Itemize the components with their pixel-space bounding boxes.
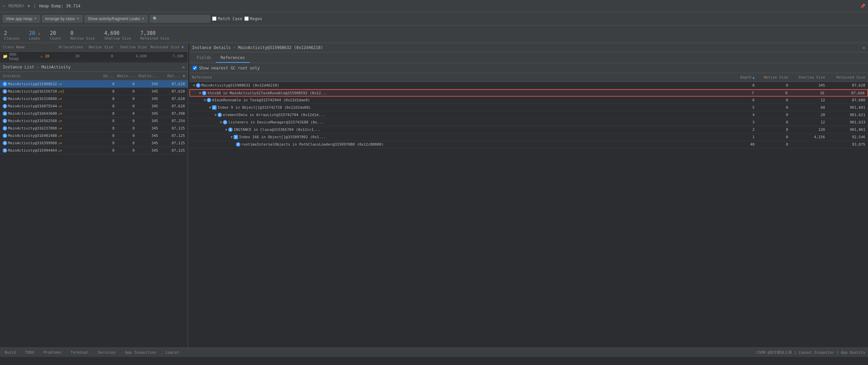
app-heap-name: 📁 app heap bbox=[1, 52, 25, 61]
status-tab-services[interactable]: Services bbox=[96, 350, 118, 355]
ref-name: MainActivity@315908632 (0x12d46218) bbox=[202, 83, 279, 88]
show-leaks-label: Show activity/fragment Leaks bbox=[88, 16, 140, 21]
ref-native: 0 bbox=[757, 113, 791, 117]
match-case-checkbox[interactable] bbox=[212, 16, 217, 21]
instance-native: 0 bbox=[117, 82, 137, 86]
gc-root-checkbox[interactable] bbox=[193, 66, 197, 70]
ref-depth: 7 bbox=[726, 91, 756, 95]
info-icon: i bbox=[3, 82, 7, 86]
view-app-heap-label: View app heap bbox=[6, 16, 32, 21]
instance-row[interactable]: i MainActivity@316399960 ⚠× 8 0 345 87,1… bbox=[0, 139, 188, 147]
expand-arrow[interactable]: ▼ bbox=[209, 106, 211, 109]
info-icon: i bbox=[3, 134, 7, 138]
ref-row[interactable]: ▼ i mIaskRunnable in Task@315742944 (0x1… bbox=[189, 97, 868, 104]
match-case-label[interactable]: Match Case bbox=[212, 16, 242, 21]
instance-row[interactable]: i MainActivity@316562568 ⚠× 8 0 345 87,2… bbox=[0, 118, 188, 125]
status-tab-logcat[interactable]: Logcat bbox=[163, 350, 181, 355]
ref-info-icon: i bbox=[207, 98, 211, 102]
instance-retained: 87,628 bbox=[161, 104, 188, 108]
instance-panel-close[interactable]: ✕ bbox=[182, 64, 185, 70]
instance-shallow: 345 bbox=[137, 89, 161, 94]
toolbar: View app heap ▼ Arrange by class ▼ Show … bbox=[0, 12, 868, 26]
col-class-name-header: Class Name bbox=[1, 45, 59, 49]
expand-arrow[interactable]: ▼ bbox=[215, 113, 217, 117]
ref-retained: 901,633 bbox=[828, 120, 868, 125]
expand-arrow[interactable]: ▼ bbox=[193, 84, 195, 87]
instance-native: 0 bbox=[117, 119, 137, 123]
search-input[interactable] bbox=[150, 15, 210, 23]
instance-shallow: 345 bbox=[137, 82, 161, 86]
status-tab-problems[interactable]: Problems bbox=[42, 350, 63, 355]
ref-table-header: Reference Depth ▲ Native Size Shallow Si… bbox=[189, 73, 868, 82]
instance-row[interactable]: i MainActivity@316237800 ⚠× 8 0 345 87,1… bbox=[0, 125, 188, 132]
status-tab-todo[interactable]: TODO bbox=[23, 350, 36, 355]
classes-value: 2 bbox=[4, 30, 20, 36]
tab-fields[interactable]: Fields bbox=[192, 53, 216, 63]
native-size-value: 0 bbox=[70, 30, 95, 36]
instance-row[interactable]: i MainActivity@315908632 ⚠× 8 0 345 87,6… bbox=[0, 80, 188, 88]
instance-details-close[interactable]: ✕ bbox=[863, 45, 865, 50]
pin-icon[interactable]: 📌 bbox=[860, 4, 865, 8]
warn-badge: ⚠× bbox=[58, 97, 62, 101]
ref-row[interactable]: ▼ i listeners in DeviceManager@315742688… bbox=[189, 119, 868, 126]
regex-label[interactable]: Regex bbox=[244, 16, 262, 21]
instance-shallow: 345 bbox=[137, 126, 161, 131]
dropdown-arrow-3: ▼ bbox=[141, 17, 145, 21]
instance-row[interactable]: i MainActivity@316318880 ⚠× 8 0 345 87,6… bbox=[0, 95, 188, 103]
arrange-by-class-dropdown[interactable]: Arrange by class ▼ bbox=[42, 15, 83, 23]
expand-arrow[interactable]: ▼ bbox=[230, 135, 232, 139]
ref-row[interactable]: ▼ i this$0 in MainActivity$1TaskRunable@… bbox=[189, 89, 868, 97]
sort-arrow-instance-retained: ▼ bbox=[183, 74, 185, 78]
ref-info-icon: i bbox=[228, 128, 232, 132]
expand-arrow[interactable]: ▼ bbox=[225, 128, 227, 132]
dropdown-arrow-module[interactable]: ▼ bbox=[28, 4, 30, 8]
instance-details-title-text: Instance Details - MainActivity@31590863… bbox=[192, 45, 323, 50]
instance-row[interactable]: i MainActivity@316481488 ⚠× 8 0 345 87,1… bbox=[0, 132, 188, 139]
ref-row[interactable]: ▼ i MainActivity@315908632 (0x12d46218) … bbox=[189, 82, 868, 89]
instance-retained: 87,125 bbox=[161, 148, 188, 153]
ref-row[interactable]: i runtimeInternalObjects in PathClassLoa… bbox=[189, 141, 868, 148]
info-icon: i bbox=[3, 111, 7, 116]
ref-name: this$0 in MainActivity$1TaskRunable@3159… bbox=[208, 91, 328, 95]
status-tab-app-inspection[interactable]: App Inspection bbox=[123, 350, 158, 355]
stat-shallow-size: 4,690 Shallow Size bbox=[104, 30, 131, 41]
instance-depth: 8 bbox=[100, 148, 117, 153]
instance-row[interactable]: i MainActivity@316075544 ⚠× 8 0 345 87,6… bbox=[0, 103, 188, 110]
back-icon[interactable]: ← bbox=[3, 4, 5, 8]
ref-row[interactable]: ▼ i elementData in ArrayList@315742704 (… bbox=[189, 111, 868, 119]
status-tab-build[interactable]: Build bbox=[3, 350, 18, 355]
instance-row[interactable]: i MainActivity@315994464 ⚠× 8 0 345 87,1… bbox=[0, 147, 188, 154]
inst-col-retained-header: Ret... ▼ bbox=[161, 74, 188, 78]
expand-arrow[interactable]: ▼ bbox=[199, 91, 201, 95]
instance-panel-title: Instance List - MainActivity bbox=[3, 65, 70, 69]
info-icon: i bbox=[3, 141, 7, 145]
stat-count: 20 Count bbox=[50, 30, 61, 41]
warn-badge: ⚠× bbox=[58, 104, 62, 108]
instance-name: MainActivity@316562568 bbox=[8, 119, 57, 123]
app-heap-row[interactable]: 📁 app heap ⚠ 20 20 0 4,690 7,380 bbox=[0, 52, 188, 61]
ref-row[interactable]: ▼ ≡ Index 166 in Object[]@315097092 (0x1… bbox=[189, 134, 868, 141]
instance-name: MainActivity@316399960 bbox=[8, 141, 57, 145]
ref-retained: 93,875 bbox=[828, 142, 868, 146]
info-icon: i bbox=[3, 104, 7, 108]
ref-depth: 48 bbox=[727, 142, 757, 146]
app-heap-shallow: 0 bbox=[82, 54, 116, 58]
ref-info-icon: i bbox=[223, 120, 227, 125]
gc-root-label: Show nearest GC root only bbox=[199, 66, 260, 70]
show-leaks-dropdown[interactable]: Show activity/fragment Leaks ▼ bbox=[85, 15, 148, 23]
regex-checkbox[interactable] bbox=[244, 16, 249, 21]
view-app-heap-dropdown[interactable]: View app heap ▼ bbox=[3, 15, 40, 23]
instance-native: 0 bbox=[117, 111, 137, 116]
instance-row[interactable]: i MainActivity@316156720 ⚠×1 8 0 345 87,… bbox=[0, 88, 188, 95]
tab-references[interactable]: References bbox=[216, 53, 249, 63]
ref-row[interactable]: ▼ i INSTANCE in Class@315365784 (0x12cc1… bbox=[189, 126, 868, 134]
status-tab-terminal[interactable]: Terminal bbox=[69, 350, 91, 355]
classes-label: Classes bbox=[4, 36, 20, 41]
instance-row[interactable]: i MainActivity@316643600 ⚠× 8 0 345 87,3… bbox=[0, 110, 188, 118]
expand-arrow[interactable]: ▼ bbox=[220, 121, 222, 124]
col-retained-size-header: Retained Size ▼ bbox=[149, 45, 186, 49]
expand-arrow[interactable]: ▼ bbox=[204, 98, 206, 102]
ref-native: 0 bbox=[757, 142, 791, 146]
ref-row[interactable]: ▼ ≡ Index 9 in Object[]@315742728 (0x12d… bbox=[189, 104, 868, 111]
instance-depth: 8 bbox=[100, 82, 117, 86]
